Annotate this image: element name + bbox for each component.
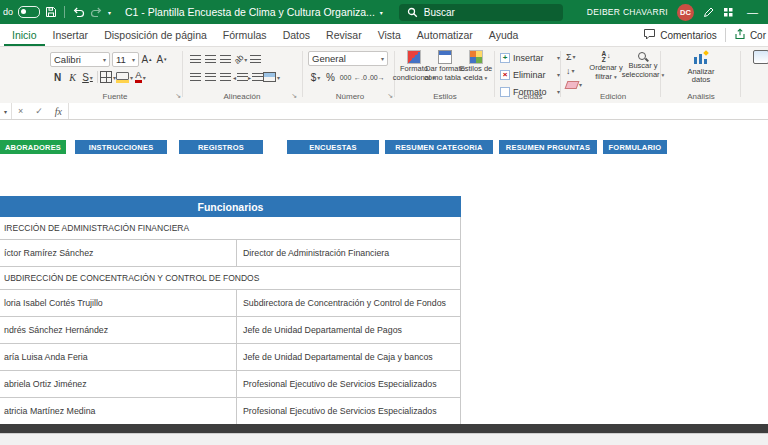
ribbon-tab-formulas[interactable]: Fórmulas <box>215 24 275 46</box>
number-format-select[interactable]: General▾ <box>308 51 388 66</box>
apps-grid-icon[interactable] <box>723 7 734 18</box>
wrap-text-button[interactable] <box>248 51 263 67</box>
increase-indent-button[interactable]: ▸ <box>248 69 263 85</box>
insert-cells-button[interactable]: + Insertar ▾ <box>500 50 560 65</box>
ribbon-group-font: Calibri▾ 11▾ A▴ A▾ N K S▾ ▾ ▾ A▾ ↘ Fuent… <box>48 47 182 103</box>
cell-styles-button[interactable]: Estilos de celda▾ <box>461 50 491 82</box>
minimize-button[interactable]: — <box>743 6 762 18</box>
cancel-icon[interactable]: × <box>12 106 29 116</box>
nav-button-instrucciones[interactable]: INSTRUCCIONES <box>75 140 167 154</box>
percent-style-button[interactable]: % <box>323 69 338 85</box>
addins-button[interactable] <box>748 50 768 64</box>
merge-center-button[interactable]: ▾ <box>263 69 280 85</box>
fill-button[interactable]: ↓▾ <box>566 64 582 77</box>
redo-icon[interactable] <box>90 6 103 18</box>
search-box[interactable]: Buscar <box>399 4 563 21</box>
align-middle-button[interactable] <box>203 51 218 67</box>
increase-font-size-button[interactable]: A▴ <box>139 51 154 67</box>
sheet-area[interactable]: ABORADORESINSTRUCCIONESREGISTROSENCUESTA… <box>0 120 768 424</box>
person-title: Director de Administración Financiera <box>237 240 460 266</box>
decrease-decimal-button[interactable]: .00→ <box>368 69 385 85</box>
clear-button[interactable]: ▾ <box>566 78 582 91</box>
increase-decimal-button[interactable]: ←.0 <box>353 69 368 85</box>
table-person-row[interactable]: loria Isabel Cortés TrujilloSubdirectora… <box>0 290 461 317</box>
format-as-table-button[interactable]: Dar formato como tabla▾ <box>430 50 460 82</box>
font-size-select[interactable]: 11▾ <box>112 52 139 67</box>
align-left-button[interactable] <box>188 69 203 85</box>
ribbon-tab-automatizar[interactable]: Automatizar <box>409 24 481 46</box>
autosum-button[interactable]: Σ▾ <box>566 50 582 63</box>
chevron-down-icon: ▾ <box>614 74 617 80</box>
decrease-font-size-button[interactable]: A▾ <box>154 51 169 67</box>
ribbon-tab-insertar[interactable]: Insertar <box>45 24 97 46</box>
funcionarios-table: Funcionarios IRECCIÓN DE ADMINISTRACIÓN … <box>0 196 461 425</box>
ribbon-group-partial <box>746 47 768 103</box>
table-person-row[interactable]: ndrés Sánchez HernándezJefe de Unidad De… <box>0 317 461 344</box>
share-button[interactable]: Cor <box>734 28 766 42</box>
ribbon-tab-inicio[interactable]: Inicio <box>4 24 45 46</box>
font-color-button[interactable]: A▾ <box>133 69 148 85</box>
section-label: IRECCIÓN DE ADMINISTRACIÓN FINANCIERA <box>4 223 189 233</box>
save-icon[interactable] <box>45 6 57 18</box>
nav-button-resumen-preguntas[interactable]: RESUMEN PRGUNTAS <box>499 140 597 154</box>
group-separator <box>560 51 561 97</box>
ribbon-group-styles: Formato condicional▾ Dar formato como ta… <box>398 47 492 103</box>
group-separator <box>740 51 741 97</box>
nav-button-colaboradores[interactable]: ABORADORES <box>0 140 66 154</box>
ribbon-tab-ayuda[interactable]: Ayuda <box>481 24 527 46</box>
table-section-row[interactable]: UBDIRECCIÓN DE CONCENTRACIÓN Y CONTROL D… <box>0 267 461 290</box>
ribbon-tab-datos[interactable]: Datos <box>275 24 318 46</box>
borders-button[interactable]: ▾ <box>100 69 116 85</box>
eraser-icon <box>565 81 580 89</box>
name-box-chevron-icon[interactable]: ▾ <box>0 108 11 115</box>
decrease-indent-button[interactable]: ◂ <box>233 69 248 85</box>
nav-button-resumen-categoria[interactable]: RESUMEN CATEGORIA <box>385 140 493 154</box>
enter-icon[interactable]: ✓ <box>29 106 49 116</box>
group-label-analysis: Análisis <box>664 92 738 101</box>
autosave-toggle[interactable] <box>18 6 40 18</box>
ribbon-tab-disposicion-de-pagina[interactable]: Disposición de página <box>96 24 215 46</box>
bold-button[interactable]: N <box>50 69 65 85</box>
format-as-table-icon <box>439 51 451 63</box>
align-right-button[interactable] <box>218 69 233 85</box>
group-separator <box>494 51 495 97</box>
table-person-row[interactable]: íctor Ramírez SánchezDirector de Adminis… <box>0 240 461 267</box>
formula-input[interactable] <box>69 103 768 119</box>
document-title[interactable]: C1 - Plantilla Encuesta de Clima y Cultu… <box>125 6 383 18</box>
table-person-row[interactable]: abriela Ortiz JiménezProfesional Ejecuti… <box>0 371 461 398</box>
font-family-select[interactable]: Calibri▾ <box>50 52 110 67</box>
align-top-button[interactable] <box>188 51 203 67</box>
accounting-format-button[interactable]: $▾ <box>308 69 323 85</box>
ribbon-tab-vista[interactable]: Vista <box>370 24 409 46</box>
ribbon-tab-revisar[interactable]: Revisar <box>318 24 370 46</box>
pencil-icon[interactable] <box>703 7 714 18</box>
comma-style-button[interactable]: 000 <box>338 69 353 85</box>
nav-button-formulario[interactable]: FORMULARIO <box>603 140 667 154</box>
fill-color-button[interactable]: ▾ <box>116 69 133 85</box>
undo-icon[interactable] <box>72 6 85 18</box>
font-size-value: 11 <box>116 54 126 65</box>
insert-function-icon[interactable]: fx <box>49 106 68 117</box>
table-section-row[interactable]: IRECCIÓN DE ADMINISTRACIÓN FINANCIERA <box>0 217 461 240</box>
align-center-button[interactable] <box>203 69 218 85</box>
table-person-row[interactable]: atricia Martínez MedinaProfesional Ejecu… <box>0 398 461 425</box>
nav-button-registros[interactable]: REGISTROS <box>179 140 263 154</box>
sort-filter-button[interactable]: AZ↓ Ordenar y filtrar▾ <box>588 50 624 81</box>
comments-button[interactable]: Comentarios <box>643 28 717 42</box>
insert-cells-icon: + <box>500 53 510 63</box>
orientation-button[interactable]: ab▾ <box>233 51 248 67</box>
italic-button[interactable]: K <box>65 69 80 85</box>
person-name: aría Luisa Anda Feria <box>0 344 237 370</box>
find-select-button[interactable]: Buscar y seleccionar▾ <box>625 50 661 79</box>
group-separator <box>182 51 183 97</box>
titlebar-separator <box>64 6 65 18</box>
chevron-down-icon[interactable]: ▾ <box>108 9 111 16</box>
nav-button-encuestas[interactable]: ENCUESTAS <box>287 140 379 154</box>
toggle-knob <box>21 9 26 14</box>
underline-button[interactable]: S▾ <box>80 69 95 85</box>
avatar[interactable]: DC <box>677 4 694 21</box>
table-person-row[interactable]: aría Luisa Anda FeriaJefe de Unidad Depa… <box>0 344 461 371</box>
analyze-data-button[interactable]: Analizar datos <box>669 50 733 85</box>
delete-cells-button[interactable]: × Eliminar ▾ <box>500 67 560 82</box>
align-bottom-button[interactable] <box>218 51 233 67</box>
